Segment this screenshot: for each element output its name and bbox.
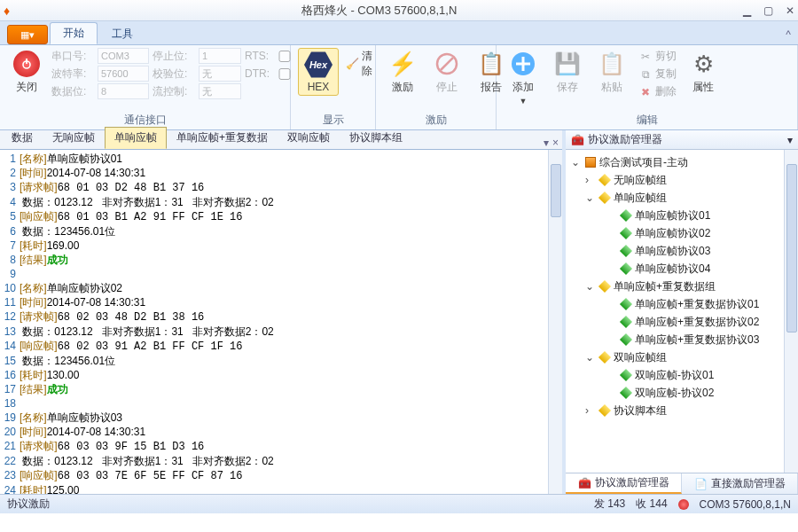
status-mode: 协议激励 <box>7 497 50 512</box>
paste-button[interactable]: 📋粘贴 <box>592 48 631 97</box>
log-scrollbar[interactable] <box>548 150 562 494</box>
log-area[interactable]: 1[名称]单响应帧协议012[时间]2014-07-08 14:30:313[请… <box>0 150 548 494</box>
status-port: COM3 57600,8,1,N <box>700 498 791 511</box>
tree-node[interactable]: 单响应帧+重复数据协议03 <box>567 331 782 348</box>
close-port-button[interactable]: 关闭 <box>7 48 46 97</box>
brush-icon: 🧹 <box>346 57 359 71</box>
main-split: 数据 无响应帧 单响应帧 单响应帧+重复数据 双响应帧 协议脚本组 ▾× 1[名… <box>0 130 798 494</box>
add-button[interactable]: 添加▼ <box>504 48 543 107</box>
stop-button[interactable]: 停止 <box>427 48 466 97</box>
ribbon-tab-tools[interactable]: 工具 <box>99 24 145 44</box>
doc-tab[interactable]: 双响应帧 <box>278 127 340 149</box>
svg-line-3 <box>441 58 453 70</box>
scissors-icon: ✂ <box>638 50 653 64</box>
stopbits-input[interactable] <box>199 48 241 64</box>
toolbox-icon: 🧰 <box>571 134 584 146</box>
doc-tabs: 数据 无响应帧 单响应帧 单响应帧+重复数据 双响应帧 协议脚本组 ▾× <box>0 130 562 150</box>
x-icon: ✖ <box>638 85 653 99</box>
bolt-icon: ⚡ <box>388 50 417 78</box>
stop-icon <box>433 50 461 78</box>
tree-node[interactable]: 单响应帧协议03 <box>567 242 782 260</box>
window-title: 格西烽火 - COM3 57600,8,1,N <box>15 3 743 19</box>
tree-node[interactable]: ⌄综合测试项目-主动 <box>567 153 782 171</box>
doc-tab[interactable]: 无响应帧 <box>43 127 105 149</box>
ribbon: ▦▾ 开始 工具 ^ 关闭 串口号: 停止位: RTS: 波特率: 校验位: D… <box>0 21 798 130</box>
panel-menu-icon[interactable]: ▾ <box>787 134 793 146</box>
tab-close-icon[interactable]: × <box>552 137 559 149</box>
tree-node[interactable]: 单响应帧协议04 <box>567 260 782 278</box>
copy-button[interactable]: ⧉复制 <box>637 66 678 82</box>
ribbon-tabs: ▦▾ 开始 工具 ^ <box>0 21 798 44</box>
project-tree[interactable]: ⌄综合测试项目-主动›无响应帧组⌄单响应帧组单响应帧协议01单响应帧协议02单响… <box>566 150 784 473</box>
tree-node[interactable]: 双响应帧-协议02 <box>567 384 782 402</box>
delete-button[interactable]: ✖删除 <box>637 83 678 100</box>
tree-panel-header: 🧰 协议激励管理器 ▾ <box>566 130 798 150</box>
tree-node[interactable]: 单响应帧协议02 <box>567 224 782 242</box>
doc-tab[interactable]: 数据 <box>2 127 43 149</box>
tree-node[interactable]: 单响应帧协议01 <box>567 207 782 224</box>
save-ribbon-button[interactable]: 💾保存 <box>548 48 587 97</box>
baud-input[interactable] <box>98 66 149 82</box>
hex-toggle-button[interactable]: Hex HEX <box>298 48 339 96</box>
close-window-button[interactable]: ✕ <box>786 4 794 17</box>
title-bar: ♦ 格西烽火 - COM3 57600,8,1,N ▁ ▢ ✕ <box>0 0 798 21</box>
tree-node[interactable]: ⌄双响应帧组 <box>567 348 782 366</box>
tree-node[interactable]: 双响应帧-协议01 <box>567 366 782 384</box>
stimulate-button[interactable]: ⚡激励 <box>383 48 422 97</box>
doc-tab[interactable]: 协议脚本组 <box>340 127 412 149</box>
tree-scrollbar[interactable] <box>784 150 798 473</box>
cut-button[interactable]: ✂剪切 <box>637 48 678 65</box>
ribbon-help-icon[interactable]: ^ <box>778 25 798 44</box>
dtr-checkbox[interactable] <box>278 68 291 80</box>
ribbon-tab-start[interactable]: 开始 <box>50 22 98 44</box>
status-bar: 协议激励 发 143 收 144 COM3 57600,8,1,N <box>0 494 798 513</box>
flow-input[interactable] <box>199 83 241 99</box>
tree-node[interactable]: ›协议脚本组 <box>567 402 782 419</box>
tree-node[interactable]: 单响应帧+重复数据协议02 <box>567 313 782 331</box>
doc-icon: 📄 <box>694 478 708 490</box>
rts-checkbox[interactable] <box>278 51 291 62</box>
status-tx: 发 143 <box>594 497 625 512</box>
btab-direct-mgr[interactable]: 📄直接激励管理器 <box>682 473 798 494</box>
maximize-button[interactable]: ▢ <box>763 4 773 17</box>
paste-icon: 📋 <box>598 50 626 78</box>
databits-input[interactable] <box>98 83 149 99</box>
power-icon <box>13 51 40 77</box>
app-menu-button[interactable]: ▦▾ <box>7 25 48 44</box>
port-input[interactable] <box>98 48 149 64</box>
clear-button[interactable]: 🧹清除 <box>344 48 375 80</box>
status-rx: 收 144 <box>636 497 667 512</box>
doc-tab[interactable]: 单响应帧+重复数据 <box>167 127 278 149</box>
port-status-icon <box>678 499 689 510</box>
tree-node[interactable]: ⌄单响应帧组 <box>567 189 782 207</box>
hex-icon: Hex <box>304 51 332 79</box>
copy-icon: ⧉ <box>638 67 653 82</box>
properties-button[interactable]: ⚙属性 <box>684 48 723 97</box>
tab-menu-icon[interactable]: ▾ <box>544 137 549 149</box>
tree-node[interactable]: 单响应帧+重复数据协议01 <box>567 295 782 313</box>
doc-tab[interactable]: 单响应帧 <box>105 127 167 149</box>
tree-node[interactable]: ⌄单响应帧+重复数据组 <box>567 278 782 295</box>
tree-node[interactable]: ›无响应帧组 <box>567 171 782 189</box>
minimize-button[interactable]: ▁ <box>743 4 751 17</box>
parity-input[interactable] <box>199 66 241 82</box>
toolbox-icon: 🧰 <box>578 477 591 489</box>
app-flame-icon: ♦ <box>4 4 10 18</box>
gear-icon: ⚙ <box>689 50 717 78</box>
save-icon: 💾 <box>553 50 582 78</box>
btab-proto-mgr[interactable]: 🧰协议激励管理器 <box>566 473 682 494</box>
conn-params: 串口号: 停止位: RTS: 波特率: 校验位: DTR: 数据位: 流控制: <box>51 48 291 99</box>
plus-circle-icon <box>509 50 537 78</box>
